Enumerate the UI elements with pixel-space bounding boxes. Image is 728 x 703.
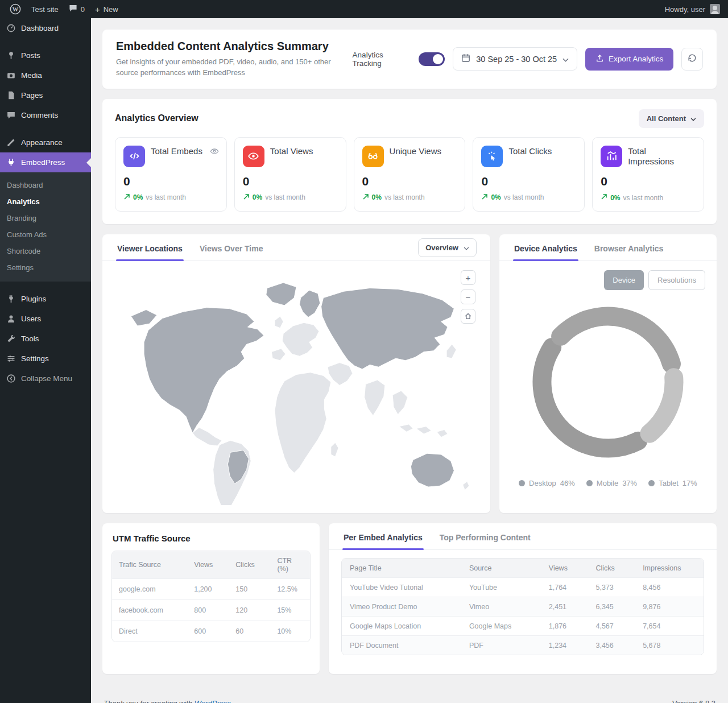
version-text: Version 6.8.3 (672, 699, 715, 703)
stat-value: 0 (601, 175, 696, 188)
analytics-tracking-toggle[interactable] (419, 52, 445, 66)
analytics-tracking-label: Analytics Tracking (353, 51, 411, 68)
admin-bar: W Test site 0 + New Howdy, user (0, 0, 728, 18)
glasses-icon (362, 146, 384, 167)
device-donut-chart (514, 292, 702, 474)
export-analytics-button[interactable]: Export Analytics (585, 48, 673, 71)
zoom-out-button[interactable]: − (461, 290, 475, 304)
eye-icon (243, 146, 264, 167)
column-header: Page Title (342, 559, 461, 578)
submenu-item-dashboard[interactable]: Dashboard (0, 177, 91, 193)
viewer-locations-card: Viewer Locations Views Over Time Overvie… (102, 234, 490, 513)
code-icon (123, 146, 145, 167)
tab-per-embed-analytics[interactable]: Per Embed Analytics (342, 523, 424, 549)
legend-item-tablet: Tablet 17% (648, 479, 697, 487)
embedpress-submenu: Dashboard Analytics Branding Custom Ads … (0, 172, 91, 282)
brush-icon (6, 138, 16, 147)
per-embed-analytics-card: Per Embed Analytics Top Performing Conte… (329, 523, 717, 674)
tab-device-analytics[interactable]: Device Analytics (513, 234, 578, 260)
submenu-item-custom-ads[interactable]: Custom Ads (0, 226, 91, 243)
column-header: Source (461, 559, 541, 578)
sliders-icon (6, 354, 16, 363)
utm-traffic-card: UTM Traffic Source Trafic Source Views C… (102, 523, 320, 674)
device-button[interactable]: Device (604, 270, 644, 290)
zoom-in-button[interactable]: + (461, 270, 475, 285)
stat-card-total-views: Total Views 0 0% vs last month (234, 137, 346, 212)
tab-top-performing-content[interactable]: Top Performing Content (439, 523, 532, 549)
sidebar-item-tools[interactable]: Tools (0, 329, 91, 349)
resolutions-button[interactable]: Resolutions (648, 270, 705, 290)
stat-card-total-embeds: Total Embeds 0 0% vs last month (115, 137, 227, 212)
wordpress-link[interactable]: WordPress (195, 699, 231, 703)
tab-views-over-time[interactable]: Views Over Time (198, 234, 264, 260)
comments-link[interactable]: 0 (64, 0, 90, 18)
sidebar-item-users[interactable]: Users (0, 309, 91, 329)
sidebar-item-comments[interactable]: Comments (0, 105, 91, 125)
sidebar-item-dashboard[interactable]: Dashboard (0, 18, 91, 38)
stat-value: 0 (123, 175, 218, 188)
column-header: Impressions (635, 559, 704, 578)
submenu-item-settings[interactable]: Settings (0, 259, 91, 276)
tab-browser-analytics[interactable]: Browser Analytics (593, 234, 665, 260)
summary-header-card: Embedded Content Analytics Summary Get i… (102, 30, 717, 89)
sidebar-item-plugins[interactable]: Plugins (0, 289, 91, 309)
trend-up-icon (123, 193, 130, 202)
table-row: YouTube Video TutorialYouTube1,7645,3738… (342, 578, 704, 597)
eye-icon[interactable] (209, 146, 220, 156)
new-content-link[interactable]: + New (90, 0, 123, 18)
site-name-link[interactable]: Test site (26, 0, 64, 18)
page-icon (6, 90, 16, 100)
reset-view-button[interactable] (461, 309, 475, 324)
main-content: Embedded Content Analytics Summary Get i… (91, 18, 728, 703)
avatar[interactable] (710, 4, 720, 14)
chevron-down-icon (690, 114, 696, 123)
comments-count: 0 (81, 5, 85, 14)
all-content-filter[interactable]: All Content (639, 109, 704, 128)
legend-dot (586, 480, 593, 486)
submenu-item-analytics[interactable]: Analytics (0, 193, 91, 210)
sidebar-item-settings[interactable]: Settings (0, 349, 91, 369)
tab-viewer-locations[interactable]: Viewer Locations (116, 234, 184, 260)
column-header: Trafic Source (112, 551, 187, 579)
sidebar-item-collapse-menu[interactable]: Collapse Menu (0, 369, 91, 388)
stat-card-unique-views: Unique Views 0 0% vs last month (354, 137, 466, 212)
stat-value: 0 (481, 175, 576, 188)
column-header: Clicks (588, 559, 635, 578)
sidebar-item-posts[interactable]: Posts (0, 46, 91, 65)
sidebar-item-embedpress[interactable]: EmbedPress (0, 152, 91, 172)
trend-up-icon (362, 193, 369, 202)
wordpress-logo-icon[interactable]: W (5, 0, 26, 18)
submenu-item-shortcode[interactable]: Shortcode (0, 243, 91, 259)
legend-item-mobile: Mobile 37% (586, 479, 637, 487)
column-header: CTR (%) (270, 551, 310, 579)
donut-segment-desktop (542, 348, 638, 449)
device-analytics-card: Device Analytics Browser Analytics Devic… (499, 234, 717, 513)
sidebar-item-media[interactable]: Media (0, 65, 91, 85)
legend-item-desktop: Desktop 46% (519, 479, 575, 487)
table-row: Direct6006010% (112, 621, 310, 642)
chevron-down-icon (562, 55, 569, 64)
collapse-arrow-icon (6, 374, 16, 383)
column-header: Views (187, 551, 229, 579)
plus-icon: + (95, 5, 100, 14)
date-range-picker[interactable]: 30 Sep 25 - 30 Oct 25 (453, 47, 577, 71)
submenu-item-branding[interactable]: Branding (0, 210, 91, 226)
comment-bubble-icon (69, 4, 77, 14)
table-row: PDF DocumentPDF1,2343,4565,678 (342, 636, 704, 655)
overview-select[interactable]: Overview (418, 238, 477, 257)
history-button[interactable] (681, 48, 703, 71)
donut-segment-mobile (561, 316, 672, 364)
page-subtitle: Get insights of your embedded PDF, video… (116, 57, 344, 78)
world-map[interactable]: + − (102, 261, 490, 513)
embedpress-plug-icon (6, 158, 16, 167)
wrench-icon (6, 334, 16, 344)
click-icon (481, 146, 503, 167)
svg-text:W: W (13, 6, 19, 13)
howdy-link[interactable]: Howdy, user (665, 5, 705, 14)
stat-card-total-impressions: Total Impressions 0 0% vs last month (592, 137, 704, 212)
plugin-icon (6, 294, 16, 304)
sidebar-item-appearance[interactable]: Appearance (0, 133, 91, 152)
stat-card-total-clicks: Total Clicks 0 0% vs last month (473, 137, 585, 212)
sidebar-item-pages[interactable]: Pages (0, 85, 91, 105)
trend-up-icon (601, 193, 607, 202)
